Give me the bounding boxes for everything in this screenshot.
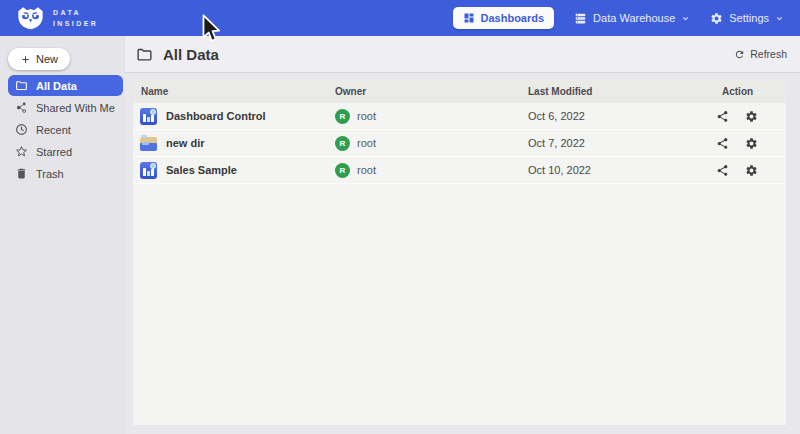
action-cell: [714, 137, 786, 150]
owner-cell: R root: [327, 163, 520, 178]
table-row[interactable]: Sales Sample R root Oct 10, 2022: [133, 157, 786, 184]
gear-icon: [710, 12, 723, 25]
owner-cell: R root: [327, 136, 520, 151]
new-button[interactable]: New: [8, 48, 70, 70]
sidebar-item-label: Trash: [36, 168, 64, 180]
table-row[interactable]: Dashboard Control R root Oct 6, 2022: [133, 103, 786, 130]
dashboards-button[interactable]: Dashboards: [453, 7, 555, 29]
column-header-name: Name: [133, 86, 327, 97]
column-header-owner: Owner: [327, 86, 520, 97]
owner-name: root: [357, 137, 376, 149]
name-cell: Dashboard Control: [133, 108, 327, 125]
folder-file-icon: [140, 135, 157, 152]
sidebar-item-all-data[interactable]: All Data: [8, 75, 123, 96]
trash-icon: [15, 167, 28, 180]
sidebar-item-label: Starred: [36, 146, 72, 158]
owner-avatar: R: [335, 163, 350, 178]
last-modified-cell: Oct 10, 2022: [520, 164, 714, 176]
refresh-button[interactable]: Refresh: [734, 48, 787, 60]
plus-icon: [20, 54, 31, 65]
owner-name: root: [357, 110, 376, 122]
last-modified-cell: Oct 7, 2022: [520, 137, 714, 149]
sidebar-item-starred[interactable]: Starred: [8, 141, 123, 162]
name-cell: new dir: [133, 135, 327, 152]
sidebar-item-recent[interactable]: Recent: [8, 119, 123, 140]
app-logo[interactable]: DATA INSIDER: [0, 6, 98, 30]
top-nav: Dashboards Data Warehouse: [453, 7, 800, 29]
folder-icon: [15, 79, 28, 92]
sidebar-item-label: All Data: [36, 80, 77, 92]
clock-icon: [15, 123, 28, 136]
dashboard-file-icon: [140, 108, 157, 125]
file-name: Dashboard Control: [166, 110, 266, 122]
database-icon: [574, 12, 587, 25]
sidebar-menu: All Data Shared With Me Recent: [0, 75, 125, 184]
file-table: Name Owner Last Modified Action Dashboar…: [133, 79, 786, 425]
name-cell: Sales Sample: [133, 162, 327, 179]
top-bar: DATA INSIDER Dashboards: [0, 0, 800, 36]
gear-icon[interactable]: [745, 137, 758, 150]
column-header-action: Action: [714, 86, 786, 97]
share-icon[interactable]: [716, 137, 729, 150]
share-icon[interactable]: [716, 110, 729, 123]
page-title-bar: All Data Refresh: [125, 36, 800, 73]
action-cell: [714, 164, 786, 177]
file-name: Sales Sample: [166, 164, 237, 176]
sidebar-item-label: Recent: [36, 124, 71, 136]
gear-icon[interactable]: [745, 110, 758, 123]
sidebar-item-shared-with-me[interactable]: Shared With Me: [8, 97, 123, 118]
owner-avatar: R: [335, 136, 350, 151]
nav-settings[interactable]: Settings: [710, 12, 784, 25]
sidebar-item-trash[interactable]: Trash: [8, 163, 123, 184]
main-content: All Data Refresh Name Owner Last Modifie…: [125, 36, 800, 434]
table-body: Dashboard Control R root Oct 6, 2022: [133, 103, 786, 184]
last-modified-cell: Oct 6, 2022: [520, 110, 714, 122]
chevron-down-icon: [775, 14, 784, 23]
nav-data-warehouse[interactable]: Data Warehouse: [574, 12, 690, 25]
shared-icon: [15, 101, 28, 114]
owner-avatar: R: [335, 109, 350, 124]
owl-logo-icon: [17, 6, 44, 30]
owner-name: root: [357, 164, 376, 176]
logo-text: DATA INSIDER: [53, 7, 98, 29]
folder-outline-icon: [136, 46, 153, 63]
share-icon[interactable]: [716, 164, 729, 177]
gear-icon[interactable]: [745, 164, 758, 177]
file-name: new dir: [166, 137, 205, 149]
sidebar: New All Data Shared With Me: [0, 36, 125, 434]
refresh-icon: [734, 49, 745, 60]
column-header-last-modified: Last Modified: [520, 86, 714, 97]
page-title: All Data: [163, 46, 219, 63]
dashboard-icon: [463, 12, 475, 24]
table-row[interactable]: new dir R root Oct 7, 2022: [133, 130, 786, 157]
action-cell: [714, 110, 786, 123]
dashboard-file-icon: [140, 162, 157, 179]
owner-cell: R root: [327, 109, 520, 124]
sidebar-item-label: Shared With Me: [36, 102, 115, 114]
table-header-row: Name Owner Last Modified Action: [133, 79, 786, 103]
chevron-down-icon: [681, 14, 690, 23]
star-icon: [15, 145, 28, 158]
